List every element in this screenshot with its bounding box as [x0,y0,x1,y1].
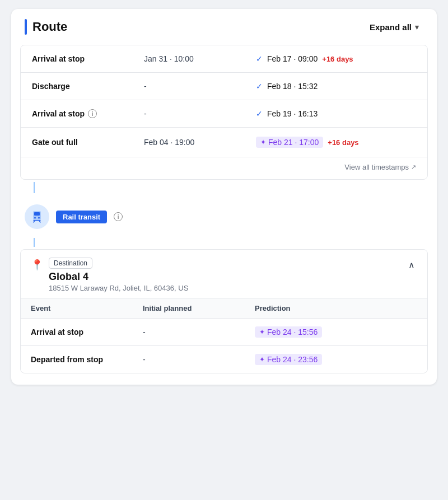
event-name: Departed from stop [31,355,143,364]
card-header: Route Expand all ▾ [11,9,437,45]
star-prediction-badge: ✦ Feb 21 · 17:00 [256,137,323,148]
table-row: Discharge - ✓ Feb 18 · 15:32 [21,73,427,100]
prediction-value: Feb 18 · 15:32 [267,82,318,91]
route-card: Route Expand all ▾ Arrival at stop Jan 3… [11,9,437,385]
prediction-cell: ✓ Feb 18 · 15:32 [256,82,416,91]
bottom-spacer [11,373,437,385]
title-wrapper: Route [25,19,67,35]
connector-line-2 [34,238,35,247]
table-row: Arrival at stop i - ✓ Feb 19 · 16:13 [21,100,427,128]
prediction-value: Feb 19 · 16:13 [267,109,318,118]
destination-address: 18515 W Laraway Rd, Joliet, IL, 60436, U… [49,284,188,292]
svg-point-2 [34,217,36,219]
check-icon: ✓ [256,109,263,118]
initial-planned-value: Feb 04 · 19:00 [144,138,256,147]
initial-planned-value: - [143,328,255,337]
col-header-initial: Initial planned [143,304,255,312]
star-icon: ✦ [260,138,266,146]
expand-all-button[interactable]: Expand all ▾ [365,20,423,34]
events-header-row: Event Initial planned Prediction [21,298,427,319]
destination-left: 📍 Destination Global 4 18515 W Laraway R… [31,258,188,292]
prediction-cell: ✓ Feb 19 · 16:13 [256,109,416,118]
event-name: Arrival at stop [31,328,143,337]
collapse-button[interactable]: ∧ [406,258,417,273]
prediction-cell: ✦ Feb 21 · 17:00 +16 days [256,137,416,148]
col-header-event: Event [31,304,143,312]
transit-icon-circle [25,204,49,229]
star-prediction-badge: ✦ Feb 24 · 23:56 [255,354,322,365]
initial-planned-value: - [144,82,256,91]
initial-planned-value: - [144,109,256,118]
event-label: Discharge [32,82,144,91]
check-icon: ✓ [256,54,263,63]
top-events-table: Arrival at stop Jan 31 · 10:00 ✓ Feb 17 … [20,45,428,180]
view-timestamps-label: View all timestamps [344,163,409,171]
star-icon: ✦ [259,328,265,336]
table-row: Gate out full Feb 04 · 19:00 ✦ Feb 21 · … [21,128,427,157]
event-label: Arrival at stop i [32,109,144,118]
star-prediction-badge: ✦ Feb 24 · 15:56 [255,326,322,338]
prediction-cell: ✦ Feb 24 · 15:56 [255,326,417,338]
info-icon[interactable]: i [114,212,123,221]
destination-name: Global 4 [49,271,188,283]
initial-planned-value: Jan 31 · 10:00 [144,54,256,63]
days-badge: +16 days [328,138,358,147]
prediction-value: Feb 21 · 17:00 [268,138,319,147]
page-title: Route [32,20,67,34]
prediction-cell: ✦ Feb 24 · 23:56 [255,354,417,365]
prediction-cell: ✓ Feb 17 · 09:00 +16 days [256,54,416,63]
destination-header: 📍 Destination Global 4 18515 W Laraway R… [21,250,427,298]
external-link-icon: ↗ [411,163,416,171]
title-accent-bar [25,19,27,35]
col-header-prediction: Prediction [255,304,417,312]
transit-section: Rail transit i [11,195,437,238]
star-icon: ✦ [259,356,265,363]
check-icon: ✓ [256,82,263,91]
destination-tag: Destination [49,258,92,269]
prediction-value: Feb 17 · 09:00 [267,54,318,63]
info-icon[interactable]: i [88,109,97,118]
view-timestamps-link[interactable]: View all timestamps ↗ [21,157,427,179]
destination-info: Destination Global 4 18515 W Laraway Rd,… [49,258,188,292]
connector-line [34,182,35,193]
initial-planned-value: - [143,355,255,364]
connector-line-wrapper-2 [11,238,437,247]
svg-rect-1 [34,212,40,216]
prediction-value: Feb 24 · 15:56 [267,328,318,337]
connector-line-wrapper [11,182,437,193]
days-badge: +16 days [322,55,353,63]
chevron-down-icon: ▾ [415,23,419,31]
events-table: Event Initial planned Prediction Arrival… [21,298,427,373]
prediction-value: Feb 24 · 23:56 [267,355,318,364]
svg-point-3 [38,217,40,219]
event-data-row: Arrival at stop - ✦ Feb 24 · 15:56 [21,319,427,346]
event-data-row: Departed from stop - ✦ Feb 24 · 23:56 [21,346,427,373]
destination-wrapper: 📍 Destination Global 4 18515 W Laraway R… [20,249,428,373]
rail-transit-badge: Rail transit [56,211,107,223]
pin-icon: 📍 [31,259,43,271]
table-row: Arrival at stop Jan 31 · 10:00 ✓ Feb 17 … [21,45,427,73]
event-label: Gate out full [32,138,144,147]
event-label: Arrival at stop [32,54,144,63]
rail-transit-icon [30,210,44,223]
expand-all-label: Expand all [370,22,412,32]
